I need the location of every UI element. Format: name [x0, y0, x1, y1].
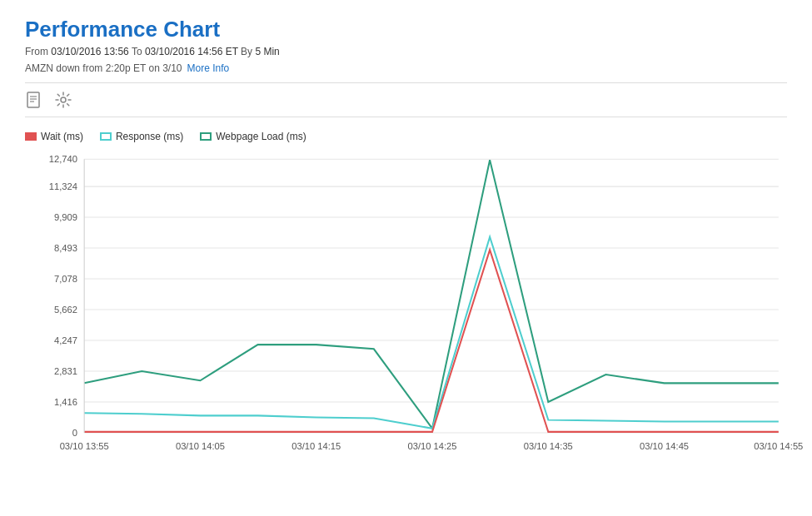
y-label-7078: 7,078 — [54, 274, 77, 284]
legend-label-response: Response (ms) — [116, 131, 183, 142]
legend-label-webpage: Webpage Load (ms) — [216, 131, 306, 142]
export-icon[interactable] — [25, 90, 45, 110]
y-label-5662: 5,662 — [54, 305, 77, 315]
y-label-11324: 11,324 — [49, 181, 77, 191]
response-line — [84, 237, 779, 429]
legend-response: Response (ms) — [100, 131, 183, 142]
webpage-load-line — [84, 160, 779, 428]
performance-chart: 0 1,416 2,831 4,247 5,662 7,078 8,493 9,… — [25, 151, 787, 467]
legend: Wait (ms) Response (ms) Webpage Load (ms… — [25, 131, 787, 142]
legend-webpage: Webpage Load (ms) — [200, 131, 306, 142]
y-label-12740: 12,740 — [49, 154, 77, 164]
page-title: Performance Chart — [25, 17, 787, 42]
x-label-4: 03/10 14:35 — [524, 441, 573, 451]
date-from: 03/10/2016 13:56 — [51, 46, 128, 57]
timezone: ET — [226, 46, 238, 57]
y-label-1416: 1,416 — [54, 397, 77, 407]
alert-bar: AMZN down from 2:20p ET on 3/10 More Inf… — [25, 62, 787, 74]
legend-color-webpage — [200, 132, 212, 141]
toolbar — [25, 82, 787, 117]
x-label-3: 03/10 14:25 — [407, 441, 456, 451]
x-label-6: 03/10 14:55 — [754, 441, 803, 451]
chart-container: 0 1,416 2,831 4,247 5,662 7,078 8,493 9,… — [25, 151, 787, 467]
date-to: 03/10/2016 14:56 — [145, 46, 222, 57]
y-label-9909: 9,909 — [54, 212, 77, 222]
alert-text: AMZN down from 2:20p ET on 3/10 — [25, 62, 182, 74]
legend-wait: Wait (ms) — [25, 131, 83, 142]
y-label-4247: 4,247 — [54, 335, 77, 345]
x-label-2: 03/10 14:15 — [291, 441, 341, 451]
legend-color-response — [100, 132, 112, 141]
x-label-1: 03/10 14:05 — [176, 441, 225, 451]
svg-point-4 — [61, 97, 66, 102]
x-label-0: 03/10 13:55 — [60, 441, 109, 451]
settings-icon[interactable] — [53, 90, 73, 110]
y-label-8493: 8,493 — [54, 243, 77, 253]
more-info-link[interactable]: More Info — [187, 62, 230, 74]
y-label-2831: 2,831 — [54, 366, 77, 376]
interval: 5 Min — [255, 46, 279, 57]
svg-rect-0 — [27, 92, 39, 107]
date-range: From 03/10/2016 13:56 To 03/10/2016 14:5… — [25, 46, 787, 57]
y-label-0: 0 — [72, 428, 77, 438]
x-label-5: 03/10 14:45 — [640, 441, 689, 451]
legend-color-wait — [25, 132, 37, 141]
legend-label-wait: Wait (ms) — [41, 131, 83, 142]
